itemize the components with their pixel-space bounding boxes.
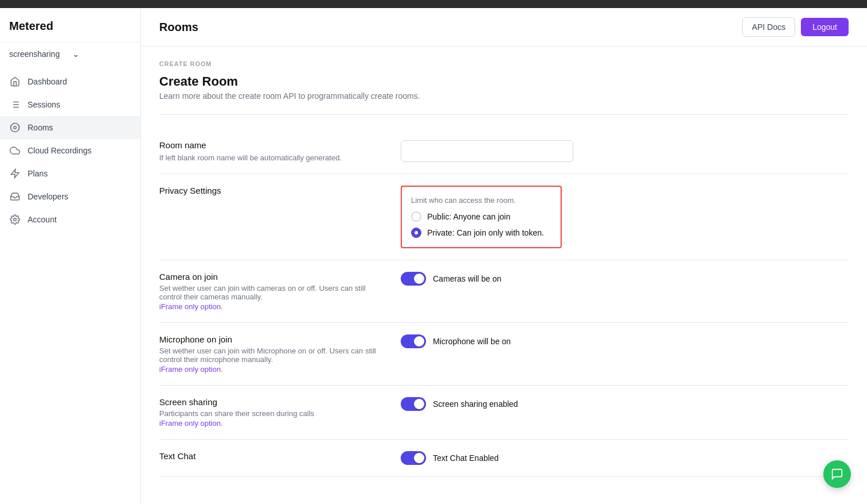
- svg-point-9: [14, 218, 17, 221]
- sidebar-item-rooms[interactable]: Rooms: [0, 116, 140, 139]
- section-title: Create Room: [159, 74, 849, 89]
- screensharing-toggle-row: Screen sharing enabled: [401, 397, 518, 411]
- page-body: CREATE ROOM Create Room Learn more about…: [141, 47, 867, 504]
- textchat-toggle[interactable]: [401, 451, 426, 465]
- cloud-icon: [9, 145, 21, 156]
- privacy-settings-row: Privacy Settings Limit who can access th…: [159, 174, 849, 260]
- section-desc: Learn more about the create room API to …: [159, 91, 849, 101]
- microphone-row: Microphone on join Set wether user can j…: [159, 323, 849, 386]
- sidebar-item-label: Dashboard: [28, 77, 67, 86]
- gear-icon: [9, 122, 21, 133]
- camera-row: Camera on join Set wether user can join …: [159, 260, 849, 323]
- camera-toggle[interactable]: [401, 272, 426, 286]
- sidebar-item-cloud-recordings[interactable]: Cloud Recordings: [0, 139, 140, 162]
- sidebar-item-label: Developers: [28, 192, 68, 201]
- main-content: Rooms API Docs Logout CREATE ROOM Create…: [141, 8, 867, 504]
- screensharing-toggle[interactable]: [401, 397, 426, 411]
- microphone-toggle-label: Microphone will be on: [433, 337, 511, 346]
- sidebar-item-label: Sessions: [28, 100, 60, 109]
- microphone-desc: Set wether user can join with Microphone…: [159, 347, 378, 364]
- screensharing-toggle-label: Screen sharing enabled: [433, 399, 518, 409]
- privacy-box: Limit who can access the room. Public: A…: [401, 186, 562, 248]
- camera-toggle-row: Cameras will be on: [401, 272, 501, 286]
- camera-label: Camera on join: [159, 272, 378, 282]
- screensharing-control-col: Screen sharing enabled: [401, 397, 849, 411]
- gear2-icon: [9, 214, 21, 225]
- svg-point-7: [11, 124, 20, 132]
- privacy-public-radio[interactable]: [411, 211, 421, 222]
- screensharing-label: Screen sharing: [159, 397, 378, 407]
- sidebar-item-account[interactable]: Account: [0, 208, 140, 231]
- svg-point-6: [14, 126, 17, 129]
- privacy-private-radio[interactable]: [411, 228, 421, 238]
- screensharing-iframe-note: iFrame only option.: [159, 419, 378, 428]
- microphone-toggle-row: Microphone will be on: [401, 334, 511, 348]
- camera-toggle-label: Cameras will be on: [433, 274, 501, 283]
- textchat-toggle-label: Text Chat Enabled: [433, 453, 498, 463]
- camera-iframe-note: iFrame only option.: [159, 302, 378, 311]
- room-name-label-col: Room name If left blank room name will b…: [159, 140, 378, 162]
- sidebar-item-sessions[interactable]: Sessions: [0, 93, 140, 116]
- room-name-label: Room name: [159, 140, 378, 150]
- room-name-control-col: [401, 140, 849, 162]
- microphone-label: Microphone on join: [159, 334, 378, 344]
- camera-label-col: Camera on join Set wether user can join …: [159, 272, 378, 311]
- sidebar-item-label: Account: [28, 215, 57, 224]
- textchat-label-col: Text Chat: [159, 451, 378, 463]
- sidebar: Metered screensharing ⌄ Dashboard Sessio…: [0, 8, 141, 504]
- sidebar-item-plans[interactable]: Plans: [0, 162, 140, 185]
- sidebar-item-developers[interactable]: Developers: [0, 185, 140, 208]
- svg-marker-8: [11, 170, 19, 178]
- privacy-public-option[interactable]: Public: Anyone can join: [411, 211, 551, 222]
- privacy-label: Privacy Settings: [159, 186, 378, 195]
- sidebar-item-label: Cloud Recordings: [28, 146, 91, 155]
- sidebar-item-dashboard[interactable]: Dashboard: [0, 70, 140, 93]
- privacy-control-col: Limit who can access the room. Public: A…: [401, 186, 849, 248]
- section-label: CREATE ROOM: [159, 60, 849, 67]
- list-icon: [9, 99, 21, 110]
- microphone-toggle[interactable]: [401, 334, 426, 348]
- brand-name: Metered: [9, 20, 53, 33]
- header-actions: API Docs Logout: [742, 17, 849, 37]
- lightning-icon: [9, 168, 21, 179]
- textchat-row: Text Chat Text Chat Enabled: [159, 440, 849, 477]
- screensharing-desc: Participants can share their screen duri…: [159, 409, 378, 418]
- chevron-down-icon: ⌄: [72, 49, 131, 59]
- textchat-control-col: Text Chat Enabled: [401, 451, 849, 465]
- sidebar-item-label: Rooms: [28, 123, 53, 132]
- divider: [159, 114, 849, 115]
- microphone-iframe-note: iFrame only option.: [159, 365, 378, 374]
- room-name-hint: If left blank room name will be automati…: [159, 153, 378, 162]
- page-title: Rooms: [159, 21, 198, 34]
- top-bar: [0, 0, 867, 8]
- workspace-selector[interactable]: screensharing ⌄: [0, 43, 140, 66]
- chat-fab[interactable]: [823, 460, 851, 488]
- privacy-label-col: Privacy Settings: [159, 186, 378, 198]
- sidebar-brand: Metered: [0, 8, 140, 43]
- privacy-private-label: Private: Can join only with token.: [427, 228, 544, 237]
- main-header: Rooms API Docs Logout: [141, 8, 867, 47]
- logout-button[interactable]: Logout: [801, 18, 849, 36]
- screensharing-label-col: Screen sharing Participants can share th…: [159, 397, 378, 428]
- room-name-input[interactable]: [401, 140, 573, 162]
- sidebar-item-label: Plans: [28, 169, 48, 178]
- inbox-icon: [9, 191, 21, 202]
- camera-control-col: Cameras will be on: [401, 272, 849, 286]
- camera-desc: Set wether user can join with cameras on…: [159, 284, 378, 301]
- home-icon: [9, 76, 21, 87]
- workspace-name: screensharing: [9, 49, 68, 59]
- microphone-label-col: Microphone on join Set wether user can j…: [159, 334, 378, 374]
- textchat-toggle-row: Text Chat Enabled: [401, 451, 498, 465]
- privacy-hint: Limit who can access the room.: [411, 196, 551, 205]
- room-name-row: Room name If left blank room name will b…: [159, 129, 849, 174]
- sidebar-nav: Dashboard Sessions Rooms Cloud Recording…: [0, 66, 140, 504]
- privacy-public-label: Public: Anyone can join: [427, 212, 511, 221]
- screensharing-row: Screen sharing Participants can share th…: [159, 386, 849, 440]
- api-docs-button[interactable]: API Docs: [742, 17, 795, 37]
- textchat-label: Text Chat: [159, 451, 378, 461]
- microphone-control-col: Microphone will be on: [401, 334, 849, 348]
- privacy-private-option[interactable]: Private: Can join only with token.: [411, 228, 551, 238]
